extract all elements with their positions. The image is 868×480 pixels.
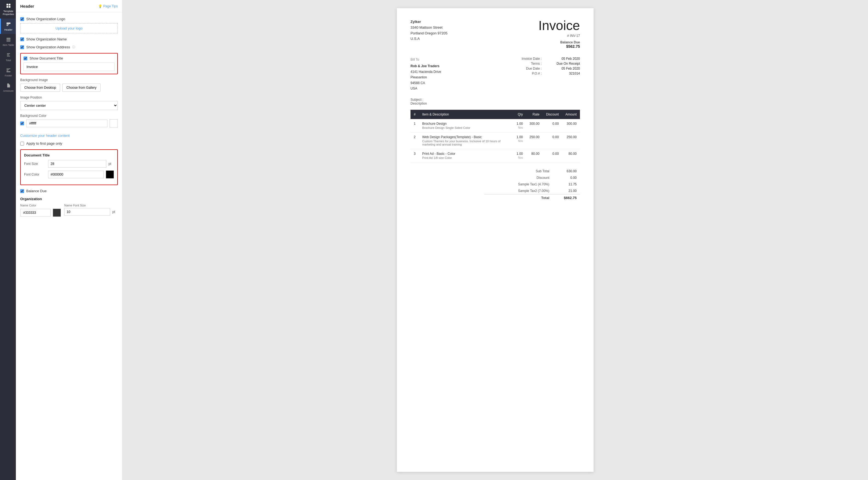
bg-color-swatch[interactable] xyxy=(110,119,118,128)
page-tips-link[interactable]: 💡 Page Tips xyxy=(98,4,118,8)
show-org-address-checkbox[interactable] xyxy=(20,45,24,49)
meta-row-0: Invoice Date : 05 Feb 2020 xyxy=(514,57,580,61)
panel-title: Header xyxy=(20,4,34,8)
show-org-logo-checkbox[interactable] xyxy=(20,17,24,21)
col-num: # xyxy=(410,110,419,119)
name-color-group: Name Color xyxy=(20,204,61,218)
choose-gallery-button[interactable]: Choose from Gallery xyxy=(62,83,100,92)
bg-color-label: Background Color xyxy=(20,114,118,118)
bg-image-buttons: Choose from Desktop Choose from Gallery xyxy=(20,83,118,92)
svg-rect-11 xyxy=(6,68,10,69)
table-row: 2 Web Design Packages(Template) - Basic … xyxy=(410,132,580,149)
item-name: Brochure Design xyxy=(422,122,510,126)
name-color-input[interactable] xyxy=(20,209,51,216)
company-info: Zylker 3340 Mattson Street Portland Oreg… xyxy=(410,19,447,42)
choose-desktop-button[interactable]: Choose from Desktop xyxy=(20,83,60,92)
table-row: 3 Print Ad - Basic - Color Print Ad 1/8 … xyxy=(410,149,580,163)
invoice-table: # Item & Description Qty Rate Discount A… xyxy=(410,110,580,163)
description-label: Description xyxy=(410,102,580,105)
meta-key-0: Invoice Date : xyxy=(514,57,542,61)
meta-key-1: Terms : xyxy=(514,62,542,66)
image-position-select[interactable]: Center center xyxy=(20,101,118,110)
name-color-label: Name Color xyxy=(20,204,61,207)
apply-first-page-label[interactable]: Apply to first page only xyxy=(20,141,118,145)
panel-header: Header 💡 Page Tips xyxy=(16,0,122,12)
show-org-name-checkbox[interactable] xyxy=(20,37,24,41)
customize-header-button[interactable]: Customize your header content xyxy=(20,134,70,138)
subject-label: Subject : xyxy=(410,98,580,102)
show-org-logo-label[interactable]: Show Organization Logo xyxy=(20,17,118,21)
item-amount: 250.00 xyxy=(562,132,580,149)
name-color-swatch[interactable] xyxy=(53,209,61,217)
svg-rect-9 xyxy=(6,40,10,40)
doc-title-input[interactable] xyxy=(24,63,115,71)
balance-due-checkbox[interactable] xyxy=(20,189,24,193)
item-desc-cell: Brochure Design Brochure Design Single S… xyxy=(419,119,513,132)
header-icon xyxy=(5,21,11,27)
meta-val-2: 05 Feb 2020 xyxy=(547,67,580,70)
show-org-name-label[interactable]: Show Organization Name xyxy=(20,37,118,41)
show-org-address-label[interactable]: Show Organization Address ⓘ xyxy=(20,45,118,49)
sidebar-label-item-table: Item Table xyxy=(3,44,14,46)
item-name: Web Design Packages(Template) - Basic xyxy=(422,135,510,139)
svg-rect-5 xyxy=(6,24,9,25)
font-color-input[interactable] xyxy=(48,171,103,178)
col-amount: Amount xyxy=(562,110,580,119)
client-city: Pleasanton xyxy=(410,74,441,80)
subject-section: Subject : Description xyxy=(410,98,580,105)
tax1-value: 11.75 xyxy=(560,182,577,186)
apply-first-page-checkbox[interactable] xyxy=(20,142,24,145)
sidebar-label-header: Header xyxy=(4,28,12,31)
sidebar-label-annexure: Annexure xyxy=(3,90,14,92)
meta-val-0: 05 Feb 2020 xyxy=(547,57,580,61)
image-position-label: Image Position xyxy=(20,96,118,99)
bg-color-checkbox[interactable] xyxy=(20,122,24,125)
item-description: Brochure Design Single Sided Color xyxy=(422,126,510,129)
item-amount: 80.00 xyxy=(562,149,580,163)
sidebar-item-annexure[interactable]: Annexure xyxy=(0,80,16,95)
preview-area: Zylker 3340 Mattson Street Portland Oreg… xyxy=(122,0,868,480)
upload-logo-button[interactable]: Upload your logo xyxy=(20,23,118,33)
sidebar-item-template-properties[interactable]: Template Properties xyxy=(0,0,16,19)
sidebar-item-total[interactable]: Total xyxy=(0,49,16,64)
settings-panel: Header 💡 Page Tips Show Organization Log… xyxy=(16,0,122,480)
show-doc-title-checkbox[interactable] xyxy=(24,57,27,60)
show-doc-title-label[interactable]: Show Document Title xyxy=(24,56,115,60)
balance-due-label: Balance Due xyxy=(26,189,46,193)
item-qty: 1.00Nos xyxy=(513,119,526,132)
bg-color-group: Background Color xyxy=(20,114,118,128)
show-doc-title-section: Show Document Title xyxy=(20,53,118,74)
name-font-size-input[interactable] xyxy=(64,208,110,216)
name-font-size-group: Name Font Size pt xyxy=(64,204,118,218)
col-item: Item & Description xyxy=(419,110,513,119)
meta-table: Invoice Date : 05 Feb 2020 Terms : Due O… xyxy=(514,57,580,91)
invoice-title-block: Invoice # INV-17 Balance Due $562.75 xyxy=(538,19,580,48)
meta-key-2: Due Date : xyxy=(514,67,542,70)
item-qty: 1.00Nos xyxy=(513,132,526,149)
bg-color-input[interactable] xyxy=(26,119,107,127)
sidebar-item-footer[interactable]: Footer xyxy=(0,64,16,80)
svg-rect-4 xyxy=(6,23,10,24)
bg-image-group: Background Image Choose from Desktop Cho… xyxy=(20,78,118,92)
svg-rect-7 xyxy=(6,38,10,38)
invoice-balance-label: Balance Due xyxy=(538,40,580,44)
meta-key-3: P.O.# : xyxy=(514,72,542,75)
bill-to-label: Bill To xyxy=(410,57,441,62)
apply-first-page-group: Apply to first page only xyxy=(20,141,118,145)
invoice-meta: Bill To Rob & Joe Traders 4141 Hacienda … xyxy=(410,57,580,91)
sidebar-item-header[interactable]: Header xyxy=(0,19,16,34)
totals-section: Sub Total 630.00 Discount 0.00 Sample Ta… xyxy=(410,168,580,201)
invoice-number: # INV-17 xyxy=(538,34,580,38)
meta-val-1: Due On Receipt xyxy=(547,62,580,66)
svg-rect-8 xyxy=(6,39,10,40)
item-rate: 80.00 xyxy=(526,149,543,163)
meta-row-3: P.O.# : 321014 xyxy=(514,72,580,75)
font-size-input[interactable] xyxy=(48,160,106,168)
font-color-row: Font Color xyxy=(24,170,114,178)
item-num: 3 xyxy=(410,149,419,163)
company-address2: Portland Oregon 97205 xyxy=(410,31,447,36)
font-color-swatch[interactable] xyxy=(106,170,114,178)
sidebar-item-item-table[interactable]: Item Table xyxy=(0,34,16,49)
col-rate: Rate xyxy=(526,110,543,119)
invoice-page: Zylker 3340 Mattson Street Portland Oreg… xyxy=(397,8,594,472)
